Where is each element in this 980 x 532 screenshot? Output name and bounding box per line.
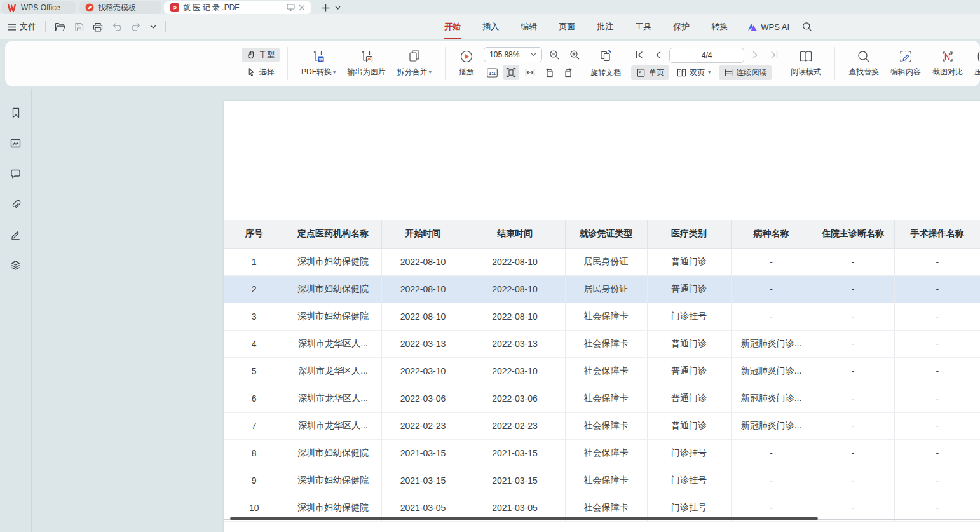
cell-institution: 深圳市妇幼保健院	[285, 275, 381, 303]
menu-item[interactable]: 批注	[586, 18, 624, 35]
document-area[interactable]: 序号定点医药机构名称开始时间结束时间就诊凭证类型医疗类别病种名称住院主诊断名称手…	[32, 89, 980, 532]
one-to-one-icon: 1:1	[487, 68, 498, 78]
menu-item[interactable]: 保护	[662, 18, 700, 35]
pdf-convert-label: PDF转换	[301, 67, 332, 78]
cell-end-date: 2022-03-06	[465, 385, 565, 412]
pdf-convert-button[interactable]: W PDF转换▾	[296, 50, 342, 78]
tabs-chevron-icon[interactable]	[335, 6, 341, 10]
prev-page-button[interactable]	[650, 48, 667, 63]
signature-icon[interactable]	[8, 226, 24, 243]
export-image-button[interactable]: 输出为图片	[342, 50, 391, 78]
edit-content-icon	[899, 50, 913, 64]
next-page-button[interactable]	[747, 48, 763, 63]
rotate-right-icon	[563, 67, 574, 78]
select-tool-button[interactable]: 选择	[242, 65, 280, 79]
menu-item[interactable]: 编辑	[510, 18, 548, 35]
zoom-in-button[interactable]	[566, 47, 583, 62]
cell-index: 8	[224, 439, 285, 467]
menu-item[interactable]: 工具	[624, 18, 662, 35]
prev-page-icon	[655, 51, 662, 59]
layers-icon[interactable]	[8, 257, 24, 273]
cell-disease-name: 新冠肺炎门诊...	[731, 357, 812, 385]
fit-width-button[interactable]	[522, 65, 538, 80]
cell-credential-type: 社会保障卡	[565, 467, 647, 494]
read-mode-button[interactable]: 阅读模式	[785, 50, 827, 78]
undo-icon[interactable]	[112, 22, 122, 31]
rotate-pages-button[interactable]	[597, 48, 614, 63]
actual-size-button[interactable]: 1:1	[484, 65, 500, 80]
cell-disease-name: 新冠肺炎门诊...	[731, 330, 812, 357]
cell-credential-type: 社会保障卡	[565, 439, 647, 467]
menu-item[interactable]: 开始	[433, 18, 472, 35]
table-header-cell: 结束时间	[465, 220, 565, 248]
zoom-level-select[interactable]: 105.88%	[484, 47, 542, 62]
first-page-button[interactable]	[631, 48, 648, 63]
bookmark-icon[interactable]	[8, 104, 24, 121]
hand-tool-button[interactable]: 手型	[242, 48, 280, 62]
single-page-button[interactable]: 单页	[631, 65, 669, 80]
rotate-right-button[interactable]	[560, 65, 576, 80]
table-row: 9 深圳市妇幼保健院 2021-03-15 2021-03-15 社会保障卡 门…	[224, 467, 980, 494]
rotate-left-button[interactable]	[541, 65, 557, 80]
screenshot-compare-button[interactable]: 截图对比	[927, 50, 969, 78]
tab-document[interactable]: P 就 医 记 录 .PDF	[164, 1, 311, 14]
cell-credential-type: 社会保障卡	[565, 330, 647, 357]
cell-index: 4	[224, 330, 285, 357]
screenshot-compare-label: 截图对比	[932, 67, 963, 78]
thumbnails-icon[interactable]	[8, 135, 24, 151]
double-page-button[interactable]: 双页 ▾	[672, 65, 716, 80]
menu-item[interactable]: 插入	[472, 18, 510, 35]
tab-wps-office[interactable]: WPS Office	[1, 1, 76, 14]
cell-end-date: 2021-03-15	[465, 439, 565, 467]
save-icon[interactable]	[74, 22, 84, 32]
divider	[445, 47, 446, 80]
tab-docer[interactable]: 找稻壳模板	[79, 1, 161, 14]
find-replace-label: 查找替换	[848, 67, 879, 78]
play-button[interactable]: 播放	[453, 50, 480, 78]
attachment-icon[interactable]	[8, 196, 24, 212]
new-tab-plus-icon[interactable]	[322, 4, 330, 12]
cell-disease-name: -	[731, 467, 812, 494]
open-folder-icon[interactable]	[55, 22, 65, 32]
menu-search-button[interactable]	[798, 22, 812, 32]
cell-end-date: 2022-08-10	[465, 275, 565, 303]
split-merge-icon	[407, 50, 421, 64]
comment-icon[interactable]	[8, 165, 24, 182]
wps-ai-button[interactable]: WPS AI	[738, 22, 798, 32]
cell-operation-name: -	[894, 467, 980, 494]
pointer-tools-group: 手型 选择	[242, 48, 280, 79]
edit-content-label: 编辑内容	[890, 67, 921, 78]
cell-medical-category: 门诊挂号	[647, 467, 731, 494]
page-number-input[interactable]	[669, 48, 744, 63]
rotate-doc-button[interactable]: 旋转文档	[585, 65, 626, 80]
compress-button[interactable]: 压缩	[969, 50, 980, 78]
last-page-button[interactable]	[766, 48, 782, 63]
cell-credential-type: 社会保障卡	[565, 385, 647, 412]
hand-tool-label: 手型	[259, 50, 275, 60]
menu-bar: 文件 开始插入编辑页面批注工具保护转换 WPS AI	[0, 14, 980, 39]
print-icon[interactable]	[93, 22, 103, 32]
redo-icon[interactable]	[131, 22, 141, 31]
edit-content-button[interactable]: 编辑内容	[885, 50, 927, 78]
zoom-out-button[interactable]	[546, 47, 562, 62]
divider	[834, 47, 835, 80]
close-icon[interactable]	[299, 4, 305, 11]
pdf-convert-icon: W	[311, 50, 325, 64]
file-menu-button[interactable]: 文件	[8, 21, 36, 32]
pdf-badge-icon: P	[170, 3, 179, 12]
monitor-icon[interactable]	[287, 4, 295, 11]
continuous-read-button[interactable]: 连续阅读	[719, 65, 772, 80]
quick-toolbar-chevron-icon[interactable]	[150, 25, 156, 29]
menu-item[interactable]: 转换	[700, 18, 738, 35]
menu-item[interactable]: 页面	[548, 18, 586, 35]
horizontal-scrollbar-thumb[interactable]	[230, 517, 818, 520]
fit-page-button[interactable]	[503, 65, 519, 80]
cell-diagnosis-name: -	[812, 357, 894, 385]
find-replace-button[interactable]: 查找替换	[843, 50, 885, 78]
table-header-cell: 就诊凭证类型	[565, 220, 647, 248]
file-menu-label: 文件	[20, 21, 36, 32]
read-mode-label: 阅读模式	[791, 67, 821, 78]
single-page-icon	[636, 68, 646, 78]
split-merge-button[interactable]: 拆分合并▾	[391, 50, 438, 78]
cell-diagnosis-name: -	[812, 439, 894, 467]
